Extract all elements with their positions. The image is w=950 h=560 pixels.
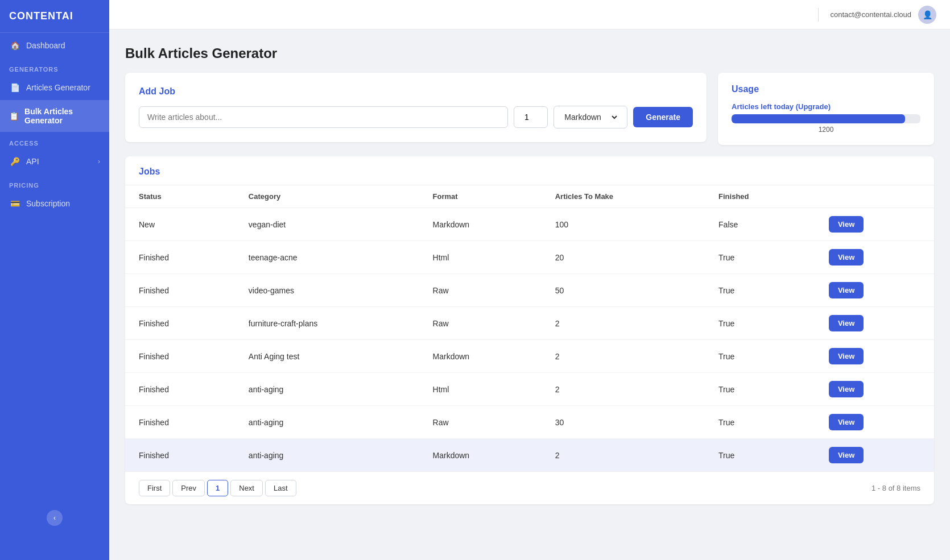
cell-action: View — [815, 406, 934, 439]
cell-articles: 2 — [542, 307, 705, 340]
view-button[interactable]: View — [829, 414, 864, 430]
usage-articles-label: Articles left today (Upgrade) — [732, 102, 920, 111]
header-email: contact@contentai.cloud — [830, 10, 911, 19]
add-job-form: Markdown Html Raw Generate — [139, 106, 693, 128]
current-page-button[interactable]: 1 — [207, 480, 228, 496]
cell-action: View — [815, 208, 934, 241]
view-button[interactable]: View — [829, 249, 864, 266]
cell-articles: 2 — [542, 439, 705, 472]
progress-bar-fill — [732, 114, 905, 123]
cell-action: View — [815, 307, 934, 340]
col-action — [815, 185, 934, 208]
cell-category: teenage-acne — [235, 241, 419, 274]
cell-category: anti-aging — [235, 439, 419, 472]
quantity-input[interactable] — [514, 106, 548, 128]
cell-format: Markdown — [419, 340, 542, 373]
view-button[interactable]: View — [829, 381, 864, 397]
view-button[interactable]: View — [829, 447, 864, 463]
jobs-section-title: Jobs — [125, 156, 934, 185]
view-button[interactable]: View — [829, 282, 864, 298]
cell-finished: True — [705, 340, 815, 373]
app-logo: CONTENTAI — [0, 0, 109, 33]
cell-format: Markdown — [419, 439, 542, 472]
sidebar-item-api[interactable]: 🔑 API › — [0, 149, 109, 174]
col-format: Format — [419, 185, 542, 208]
sidebar: CONTENTAI 🏠 Dashboard GENERATORS 📄 Artic… — [0, 0, 109, 560]
sidebar-item-label: Articles Generator — [26, 83, 90, 92]
cell-format: Markdown — [419, 208, 542, 241]
next-page-button[interactable]: Next — [230, 480, 263, 496]
last-page-button[interactable]: Last — [265, 480, 296, 496]
api-chevron-icon: › — [98, 157, 100, 165]
cell-status: Finished — [125, 241, 235, 274]
sidebar-collapse-button[interactable]: ‹ — [47, 510, 63, 526]
cell-category: video-games — [235, 274, 419, 307]
jobs-table: Status Category Format Articles To Make … — [125, 185, 934, 471]
view-button[interactable]: View — [829, 315, 864, 331]
view-button[interactable]: View — [829, 216, 864, 233]
sidebar-item-dashboard[interactable]: 🏠 Dashboard — [0, 33, 109, 58]
prev-page-button[interactable]: Prev — [172, 480, 205, 496]
cell-finished: False — [705, 208, 815, 241]
table-row: Finishedanti-agingHtml2TrueView — [125, 373, 934, 406]
col-status: Status — [125, 185, 235, 208]
cell-action: View — [815, 241, 934, 274]
format-select[interactable]: Markdown Html Raw — [562, 112, 619, 122]
cell-category: Anti Aging test — [235, 340, 419, 373]
cell-status: Finished — [125, 406, 235, 439]
cell-category: furniture-craft-plans — [235, 307, 419, 340]
avatar: 👤 — [918, 6, 936, 24]
format-select-wrapper[interactable]: Markdown Html Raw — [554, 106, 627, 128]
top-row: Add Job Markdown Html Raw Generate — [125, 73, 934, 145]
upgrade-link[interactable]: (Upgrade) — [796, 102, 831, 111]
main-content: contact@contentai.cloud 👤 Bulk Articles … — [109, 0, 950, 560]
table-row: Finishedfurniture-craft-plansRaw2TrueVie… — [125, 307, 934, 340]
sidebar-item-subscription[interactable]: 💳 Subscription — [0, 191, 109, 216]
table-header: Status Category Format Articles To Make … — [125, 185, 934, 208]
cell-finished: True — [705, 373, 815, 406]
sidebar-item-label: Dashboard — [26, 41, 65, 50]
cell-articles: 20 — [542, 241, 705, 274]
progress-bar-label: 1200 — [732, 126, 920, 134]
table-row: FinishedAnti Aging testMarkdown2TrueView — [125, 340, 934, 373]
sidebar-item-label: API — [26, 157, 39, 166]
first-page-button[interactable]: First — [139, 480, 170, 496]
cell-status: Finished — [125, 274, 235, 307]
cell-articles: 2 — [542, 340, 705, 373]
pagination-buttons: First Prev 1 Next Last — [139, 480, 296, 496]
cell-finished: True — [705, 439, 815, 472]
table-row: Finishedvideo-gamesRaw50TrueView — [125, 274, 934, 307]
cell-category: vegan-diet — [235, 208, 419, 241]
cell-format: Html — [419, 373, 542, 406]
pagination-row: First Prev 1 Next Last 1 - 8 of 8 items — [125, 471, 934, 504]
cell-status: Finished — [125, 307, 235, 340]
col-category: Category — [235, 185, 419, 208]
cell-finished: True — [705, 406, 815, 439]
generators-section-label: GENERATORS — [0, 58, 109, 75]
sidebar-item-label: Subscription — [26, 199, 70, 208]
progress-bar-wrap — [732, 114, 920, 123]
cell-action: View — [815, 274, 934, 307]
page-title: Bulk Articles Generator — [125, 45, 934, 61]
cell-finished: True — [705, 274, 815, 307]
cell-action: View — [815, 439, 934, 472]
cell-category: anti-aging — [235, 406, 419, 439]
cell-category: anti-aging — [235, 373, 419, 406]
cell-format: Html — [419, 241, 542, 274]
view-button[interactable]: View — [829, 348, 864, 364]
sidebar-item-articles-generator[interactable]: 📄 Articles Generator — [0, 75, 109, 100]
usage-card: Usage Articles left today (Upgrade) 1200 — [718, 73, 934, 145]
cell-finished: True — [705, 307, 815, 340]
cell-status: Finished — [125, 340, 235, 373]
article-topic-input[interactable] — [139, 106, 508, 128]
sidebar-item-bulk-articles-generator[interactable]: 📋 Bulk Articles Generator — [0, 100, 109, 132]
bulk-generator-icon: 📋 — [9, 110, 19, 122]
cell-status: Finished — [125, 439, 235, 472]
cell-action: View — [815, 340, 934, 373]
sidebar-item-label: Bulk Articles Generator — [24, 107, 100, 125]
cell-articles: 50 — [542, 274, 705, 307]
generate-button[interactable]: Generate — [633, 107, 693, 127]
cell-format: Raw — [419, 274, 542, 307]
jobs-table-body: Newvegan-dietMarkdown100FalseViewFinishe… — [125, 208, 934, 472]
col-finished: Finished — [705, 185, 815, 208]
